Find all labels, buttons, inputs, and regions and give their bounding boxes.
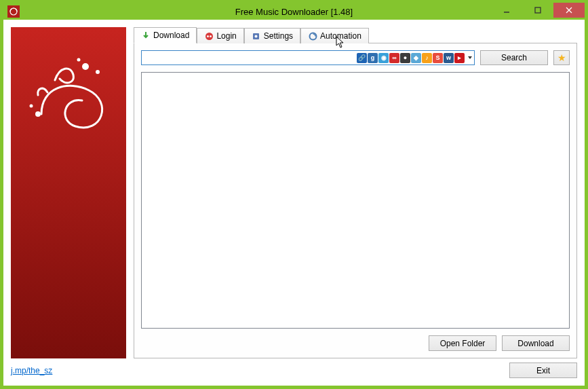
automation-icon [308,31,317,41]
search-button[interactable]: Search [480,50,548,65]
source-icon-soundcloud[interactable]: ◉ [378,53,389,63]
window-title: Free Music Downloader [1.48] [3,7,585,17]
source-icon-vk[interactable]: w [444,53,454,63]
tab-login[interactable]: Login [197,28,243,43]
search-input-container: 🔗g◉∞●◆♪Sw▸ [141,50,475,65]
results-list[interactable] [141,72,570,329]
search-row: 🔗g◉∞●◆♪Sw▸ Search ★ [141,50,570,65]
titlebar[interactable]: Free Music Downloader [1.48] [3,3,585,20]
tab-bar: Download Login Settings [134,27,577,43]
main-panel: Download Login Settings [134,27,577,358]
svg-point-6 [96,70,100,74]
tab-download[interactable]: Download [134,27,197,43]
svg-point-14 [255,35,258,37]
tab-automation-label: Automation [320,31,361,41]
svg-point-5 [82,63,89,70]
tab-automation[interactable]: Automation [300,28,369,43]
favorite-button[interactable]: ★ [553,50,570,65]
sources-dropdown-button[interactable] [466,51,474,64]
source-icon-mixcloud[interactable]: ● [400,53,410,63]
svg-point-10 [205,33,213,40]
svg-point-11 [207,35,209,37]
svg-point-12 [210,35,212,37]
source-icon-jamendo[interactable]: ♪ [422,53,432,63]
login-icon [204,31,214,41]
source-icons: 🔗g◉∞●◆♪Sw▸ [357,53,466,63]
svg-point-7 [77,58,81,62]
tab-download-label: Download [153,31,189,40]
source-icon-grooveshark[interactable]: g [368,53,378,63]
tab-content: 🔗g◉∞●◆♪Sw▸ Search ★ Open Folder Download [134,43,577,358]
svg-point-9 [30,105,33,108]
source-icon-link[interactable]: 🔗 [357,53,367,63]
sidebar-artwork [11,27,126,358]
settings-icon [252,31,261,41]
tab-settings[interactable]: Settings [244,28,300,43]
action-row: Open Folder Download [141,335,570,351]
footer-link[interactable]: j.mp/the_sz [11,366,52,375]
svg-point-8 [35,111,41,117]
download-arrow-icon [141,31,151,40]
star-icon: ★ [557,52,566,63]
search-input[interactable] [142,51,357,64]
download-button[interactable]: Download [502,335,570,351]
tab-settings-label: Settings [264,31,293,41]
source-icon-lastfm[interactable]: ∞ [389,53,399,63]
open-folder-button[interactable]: Open Folder [429,335,496,351]
tab-login-label: Login [216,31,236,41]
app-window: Free Music Downloader [1.48] [0,0,588,389]
source-icon-youtube[interactable]: ▸ [454,53,465,63]
source-icon-songr[interactable]: S [433,53,443,63]
exit-button[interactable]: Exit [509,363,577,378]
footer: j.mp/the_sz Exit [11,363,577,378]
content-area: Download Login Settings [3,20,585,386]
source-icon-bandcamp[interactable]: ◆ [411,53,421,63]
